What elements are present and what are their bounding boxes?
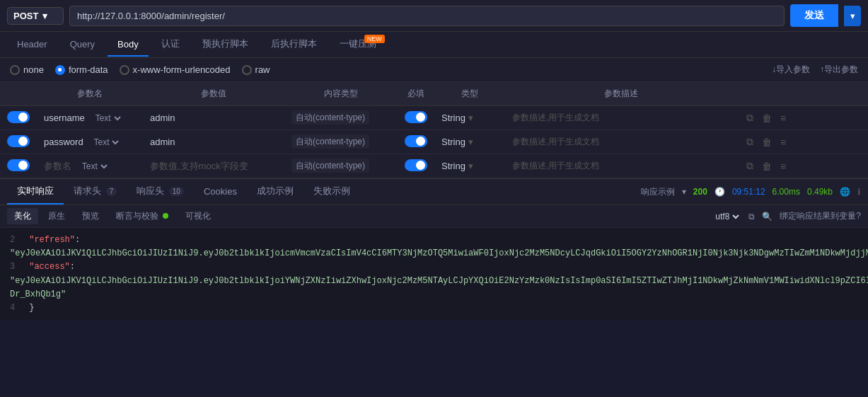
delete-row-2[interactable]: 🗑 bbox=[760, 159, 773, 173]
required-toggle-1[interactable] bbox=[405, 135, 427, 147]
body-options: none form-data x-www-form-urlencoded raw… bbox=[0, 58, 868, 82]
row-actions-1: ⧉ 🗑 ≡ bbox=[745, 134, 861, 149]
row-toggle-0[interactable] bbox=[7, 111, 30, 123]
params-table: 参数名 参数值 内容类型 必填 类型 参数描述 username Text bbox=[0, 82, 868, 178]
menu-row-0[interactable]: ≡ bbox=[779, 111, 787, 125]
code-line-1: 2 "refresh": "eyJ0eXAiOiJKV1QiLCJhbGciOi… bbox=[10, 234, 858, 260]
fmt-tab-raw[interactable]: 原生 bbox=[41, 208, 72, 224]
content-type-2: 自动(content-type) bbox=[291, 159, 369, 173]
tab-compress[interactable]: 一键压测 NEW bbox=[330, 32, 386, 57]
tab-pre-script[interactable]: 预执行脚本 bbox=[192, 32, 258, 57]
delete-row-1[interactable]: 🗑 bbox=[760, 135, 773, 149]
tab-auth[interactable]: 认证 bbox=[151, 32, 190, 57]
new-badge: NEW bbox=[364, 35, 385, 43]
method-dropdown[interactable]: POST ▾ bbox=[7, 7, 64, 25]
tab-resp-headers[interactable]: 响应头 10 bbox=[127, 179, 194, 205]
method-label: POST bbox=[13, 11, 38, 21]
search-code-icon[interactable]: 🔍 bbox=[762, 212, 772, 221]
tab-success-example[interactable]: 成功示例 bbox=[247, 179, 303, 205]
response-time: 09:51:12 bbox=[732, 187, 765, 197]
tab-query[interactable]: Query bbox=[60, 33, 105, 57]
fmt-tab-assert[interactable]: 断言与校验 bbox=[109, 208, 175, 224]
col-required: 必填 bbox=[398, 82, 434, 106]
type-arrow-0: ▾ bbox=[468, 113, 473, 123]
clock-icon: 🕐 bbox=[714, 187, 725, 197]
option-urlencoded[interactable]: x-www-form-urlencoded bbox=[120, 64, 231, 75]
info-icon: ℹ bbox=[857, 187, 861, 197]
response-size: 0.49kb bbox=[807, 187, 833, 197]
url-input[interactable] bbox=[69, 6, 785, 26]
top-bar: POST ▾ 发送 ▾ bbox=[0, 0, 868, 32]
row-toggle-1[interactable] bbox=[7, 135, 30, 147]
tab-fail-example[interactable]: 失败示例 bbox=[303, 179, 360, 205]
response-duration: 6.00ms bbox=[772, 187, 800, 197]
tab-header[interactable]: Header bbox=[7, 33, 57, 57]
table-row: username TextFile admin 自动(content-type) bbox=[0, 106, 868, 130]
menu-row-1[interactable]: ≡ bbox=[779, 135, 787, 149]
string-type-1: String bbox=[441, 137, 465, 147]
globe-icon: 🌐 bbox=[840, 187, 850, 197]
encoding-area: utf8 gbk ⧉ 🔍 绑定响应结果到变量? bbox=[712, 210, 861, 222]
tab-post-script[interactable]: 后执行脚本 bbox=[261, 32, 327, 57]
content-type-0: 自动(content-type) bbox=[291, 110, 369, 125]
copy-row-0[interactable]: ⧉ bbox=[745, 110, 755, 125]
tab-realtime[interactable]: 实时响应 bbox=[7, 179, 64, 205]
example-arrow-icon: ▾ bbox=[682, 187, 686, 197]
copy-code-icon[interactable]: ⧉ bbox=[748, 212, 755, 221]
response-tabs: 实时响应 请求头 7 响应头 10 Cookies 成功示例 失败示例 响应示例… bbox=[0, 179, 868, 205]
row-actions-2: ⧉ 🗑 ≡ bbox=[745, 159, 861, 173]
col-param-value: 参数值 bbox=[143, 82, 284, 106]
row-toggle-2[interactable] bbox=[7, 159, 30, 171]
param-type-select-1[interactable]: TextFile bbox=[91, 137, 121, 148]
string-type-2: String bbox=[441, 161, 465, 171]
fmt-tab-visualize[interactable]: 可视化 bbox=[178, 208, 218, 224]
param-desc-0: 参数描述,用于生成文档 bbox=[512, 113, 599, 122]
option-raw[interactable]: raw bbox=[242, 64, 270, 75]
method-arrow-icon: ▾ bbox=[42, 11, 47, 21]
param-name-1: password bbox=[44, 137, 83, 147]
import-params-button[interactable]: ↓导入参数 bbox=[772, 64, 810, 76]
required-toggle-0[interactable] bbox=[405, 111, 427, 123]
tab-body[interactable]: Body bbox=[108, 33, 149, 57]
tab-req-headers[interactable]: 请求头 7 bbox=[64, 179, 127, 205]
required-toggle-2[interactable] bbox=[405, 159, 427, 171]
req-headers-badge: 7 bbox=[106, 187, 117, 196]
radio-none bbox=[10, 65, 20, 75]
copy-row-2[interactable]: ⧉ bbox=[745, 159, 755, 173]
param-desc-1: 参数描述,用于生成文档 bbox=[512, 137, 599, 146]
assert-dot bbox=[163, 213, 168, 219]
param-value-0: admin bbox=[150, 113, 175, 123]
export-params-button[interactable]: ↑导出参数 bbox=[820, 64, 858, 76]
option-none[interactable]: none bbox=[10, 64, 44, 75]
row-actions-0: ⧉ 🗑 ≡ bbox=[745, 110, 861, 125]
type-arrow-2: ▾ bbox=[468, 161, 473, 171]
table-row: password TextFile admin 自动(content-type) bbox=[0, 130, 868, 154]
col-content-type: 内容类型 bbox=[284, 82, 398, 106]
param-type-select-2[interactable]: TextFile bbox=[79, 161, 110, 172]
response-example-label[interactable]: 响应示例 bbox=[641, 186, 675, 198]
encoding-select[interactable]: utf8 gbk bbox=[712, 211, 741, 222]
code-output: 2 "refresh": "eyJ0eXAiOiJKV1QiLCJhbGciOi… bbox=[0, 228, 868, 320]
import-export-actions: ↓导入参数 ↑导出参数 bbox=[772, 64, 858, 76]
delete-row-0[interactable]: 🗑 bbox=[760, 111, 773, 125]
bind-variable-label: 绑定响应结果到变量? bbox=[780, 210, 861, 222]
param-name-0: username bbox=[44, 113, 85, 123]
code-line-3: 4 } bbox=[10, 301, 858, 315]
col-param-name: 参数名 bbox=[37, 82, 143, 106]
param-value-1: admin bbox=[150, 137, 175, 147]
col-actions bbox=[738, 82, 868, 106]
col-desc: 参数描述 bbox=[505, 82, 738, 106]
send-dropdown-button[interactable]: ▾ bbox=[844, 6, 861, 26]
radio-raw bbox=[242, 65, 252, 75]
radio-form-data bbox=[55, 65, 65, 75]
param-value-2: 参数值,支持mock字段变 bbox=[150, 161, 248, 171]
param-type-select-0[interactable]: TextFile bbox=[93, 113, 123, 124]
menu-row-2[interactable]: ≡ bbox=[779, 159, 787, 173]
tab-cookies[interactable]: Cookies bbox=[194, 180, 247, 204]
fmt-tab-beautify[interactable]: 美化 bbox=[7, 208, 38, 224]
content-type-1: 自动(content-type) bbox=[291, 134, 369, 149]
copy-row-1[interactable]: ⧉ bbox=[745, 134, 755, 149]
option-form-data[interactable]: form-data bbox=[55, 64, 108, 75]
send-button[interactable]: 发送 bbox=[790, 4, 838, 27]
fmt-tab-preview[interactable]: 预览 bbox=[75, 208, 106, 224]
